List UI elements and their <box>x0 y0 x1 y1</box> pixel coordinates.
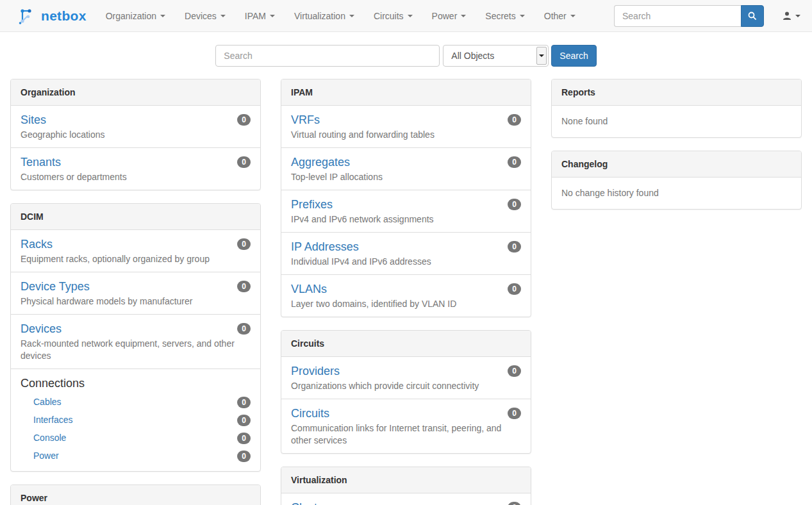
menu-label: Power <box>432 11 458 21</box>
panel-circuits: Circuits 0 Providers Organizations which… <box>281 330 531 454</box>
connections-heading: Connections <box>21 376 251 391</box>
sites-link[interactable]: Sites <box>21 112 46 128</box>
item-description: Organizations which provide circuit conn… <box>291 380 521 392</box>
aggregates-link[interactable]: Aggregates <box>291 154 350 170</box>
menu-label: Secrets <box>485 11 515 21</box>
menu-label: Organization <box>106 11 156 21</box>
navbar-search-button[interactable] <box>741 5 764 27</box>
count-badge: 0 <box>508 502 521 505</box>
panel-changelog: Changelog No change history found <box>551 151 802 210</box>
navbar-search-input[interactable] <box>614 5 741 27</box>
count-badge: 0 <box>237 397 251 408</box>
menu-label: IPAM <box>245 11 266 21</box>
item-description: Rack-mounted network equipment, servers,… <box>21 338 251 362</box>
object-type-select[interactable]: All Objects <box>443 45 549 67</box>
menu-other[interactable]: Other <box>534 0 585 31</box>
count-badge: 0 <box>237 433 251 444</box>
item-description: Individual IPv4 and IPv6 addresses <box>291 256 521 268</box>
count-badge: 0 <box>508 199 521 210</box>
changelog-empty-text: No change history found <box>552 178 801 209</box>
devices-link[interactable]: Devices <box>21 321 62 336</box>
menu-label: Other <box>544 11 567 21</box>
panel-power: Power <box>10 484 261 505</box>
list-item: 0 VRFs Virtual routing and forwarding ta… <box>281 106 531 147</box>
list-item: 0 Racks Equipment racks, optionally orga… <box>11 230 260 272</box>
item-description: Communication links for Internet transit… <box>291 422 521 447</box>
column-middle: IPAM 0 VRFs Virtual routing and forwardi… <box>281 79 531 505</box>
main-content: All Objects Search Organization 0 Sites … <box>0 32 812 505</box>
netbox-logo-icon <box>18 7 36 25</box>
vlans-link[interactable]: VLANs <box>291 281 327 297</box>
item-description: Virtual routing and forwarding tables <box>291 129 521 141</box>
netbox-brand-link[interactable]: netbox <box>0 0 96 31</box>
menu-circuits[interactable]: Circuits <box>364 0 422 31</box>
count-badge: 0 <box>508 241 521 252</box>
reports-empty-text: None found <box>552 106 801 137</box>
item-description: Physical hardware models by manufacturer <box>21 295 251 308</box>
menu-ipam[interactable]: IPAM <box>235 0 285 31</box>
panel-title: Virtualization <box>281 467 531 493</box>
chevron-down-icon <box>349 15 354 17</box>
sub-row: 0 Interfaces <box>21 411 251 429</box>
global-search-button[interactable]: Search <box>551 45 596 67</box>
menu-virtualization[interactable]: Virtualization <box>285 0 364 31</box>
chevron-down-icon <box>220 15 226 17</box>
providers-link[interactable]: Providers <box>291 363 340 379</box>
list-item: 0 Providers Organizations which provide … <box>281 357 531 399</box>
item-description: Geographic locations <box>21 129 251 141</box>
object-type-value: All Objects <box>451 51 494 61</box>
tenants-link[interactable]: Tenants <box>21 154 61 170</box>
circuits-link[interactable]: Circuits <box>291 406 329 421</box>
panel-title: Power <box>11 485 260 505</box>
chevron-down-icon <box>570 15 576 17</box>
select-arrow-icon <box>536 47 547 65</box>
ip-addresses-link[interactable]: IP Addresses <box>291 239 359 254</box>
list-item: 0 Circuits Communication links for Inter… <box>281 399 531 453</box>
count-badge: 0 <box>508 114 521 126</box>
panel-title: Changelog <box>552 151 801 178</box>
list-item: 0 VLANs Layer two domains, identified by… <box>281 274 531 317</box>
item-description: Customers or departments <box>21 171 251 183</box>
clusters-link[interactable]: Clusters <box>291 500 333 505</box>
main-menu: Organization Devices IPAM Virtualization… <box>96 0 585 31</box>
list-item: 0 Aggregates Top-level IP allocations <box>281 147 531 190</box>
panel-title: Circuits <box>281 331 531 357</box>
list-item: 0 IP Addresses Individual IPv4 and IPv6 … <box>281 232 531 274</box>
menu-power[interactable]: Power <box>422 0 476 31</box>
navbar-right <box>614 0 812 31</box>
dashboard-columns: Organization 0 Sites Geographic location… <box>0 79 812 505</box>
panel-title: Organization <box>11 79 260 106</box>
panel-reports: Reports None found <box>551 79 802 138</box>
column-left: Organization 0 Sites Geographic location… <box>10 79 261 505</box>
racks-link[interactable]: Racks <box>21 236 53 252</box>
count-badge: 0 <box>237 415 251 426</box>
menu-label: Virtualization <box>294 11 345 21</box>
prefixes-link[interactable]: Prefixes <box>291 197 333 212</box>
menu-secrets[interactable]: Secrets <box>476 0 534 31</box>
power-connections-link[interactable]: Power <box>33 451 59 461</box>
menu-label: Devices <box>185 11 217 21</box>
panel-organization: Organization 0 Sites Geographic location… <box>10 79 261 190</box>
console-link[interactable]: Console <box>33 433 66 443</box>
vrfs-link[interactable]: VRFs <box>291 112 320 128</box>
global-search-input[interactable] <box>215 45 440 67</box>
count-badge: 0 <box>237 281 251 292</box>
chevron-down-icon <box>461 15 466 17</box>
menu-organization[interactable]: Organization <box>96 0 175 31</box>
brand-name: netbox <box>41 8 87 24</box>
sub-row: 0 Console <box>21 429 251 447</box>
global-search-form: All Objects Search <box>0 45 812 67</box>
chevron-down-icon <box>160 15 165 17</box>
menu-devices[interactable]: Devices <box>175 0 235 31</box>
user-menu[interactable] <box>782 11 800 21</box>
count-badge: 0 <box>508 156 521 168</box>
cables-link[interactable]: Cables <box>33 397 62 407</box>
device-types-link[interactable]: Device Types <box>21 279 90 294</box>
search-icon <box>748 12 757 21</box>
list-item: 0 Devices Rack-mounted network equipment… <box>11 314 260 368</box>
count-badge: 0 <box>237 238 251 250</box>
menu-label: Circuits <box>374 11 404 21</box>
top-navbar: netbox Organization Devices IPAM Virtual… <box>0 0 812 32</box>
interfaces-link[interactable]: Interfaces <box>33 415 72 425</box>
panel-dcim: DCIM 0 Racks Equipment racks, optionally… <box>10 203 261 472</box>
